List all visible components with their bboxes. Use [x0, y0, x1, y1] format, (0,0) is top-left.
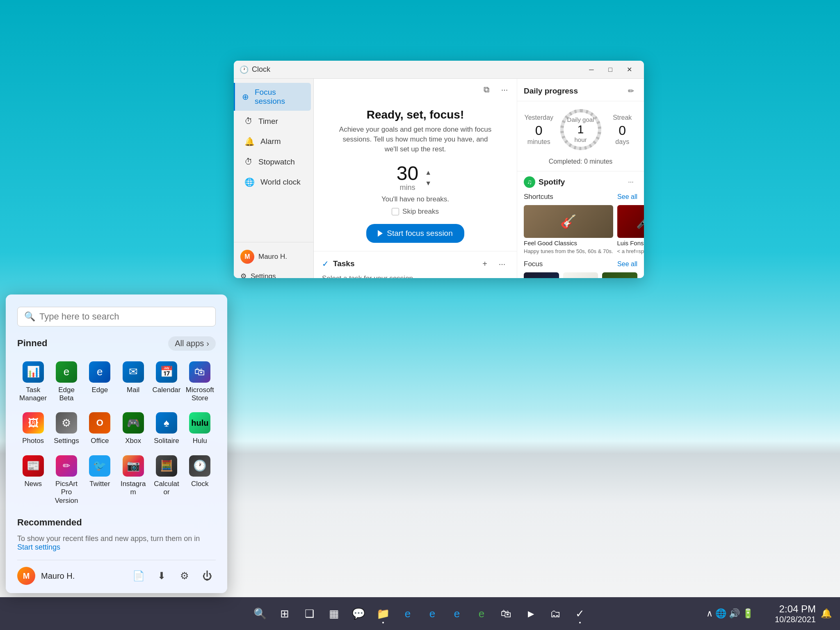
store-taskbar-button[interactable]: 🛍 [495, 602, 518, 625]
more-options-button[interactable]: ··· [497, 82, 512, 97]
edge-beta-taskbar-button[interactable]: e [470, 602, 493, 625]
widgets-button[interactable]: ▦ [322, 602, 345, 625]
recommended-label: Recommended [17, 517, 82, 528]
chevron-up-icon[interactable]: ∧ [706, 608, 713, 619]
pinned-app-calculator[interactable]: 🧮 Calculator [151, 451, 182, 509]
taskbar-clock[interactable]: 2:04 PM 10/28/2021 [775, 603, 816, 624]
mail-label: Mail [127, 386, 139, 394]
edge-canary-button[interactable]: e [445, 602, 468, 625]
spotify-header: ♫ Spotify ··· [524, 176, 637, 189]
pinned-app-news[interactable]: 📰 News [17, 451, 49, 509]
downloads-button[interactable]: ⬇ [153, 568, 170, 584]
focus-card-instrumental[interactable]: 🎵 Instrumental Study [563, 272, 598, 278]
minimize-button[interactable]: ─ [582, 63, 600, 77]
network-icon[interactable]: 🌐 [715, 608, 726, 619]
edit-goal-button[interactable]: ✏ [624, 84, 637, 98]
pinned-app-office[interactable]: O Office [84, 408, 116, 449]
compact-view-button[interactable]: ⧉ [479, 82, 494, 97]
skip-breaks-checkbox[interactable] [392, 208, 399, 215]
pinned-app-mail[interactable]: ✉ Mail [117, 357, 149, 407]
volume-icon[interactable]: 🔊 [729, 608, 740, 619]
todo-button[interactable]: ✓ [568, 602, 591, 625]
sidebar-item-focus-sessions[interactable]: ⊕ Focus sessions [234, 83, 311, 111]
edge-label: Edge [91, 386, 108, 394]
add-task-button[interactable]: + [478, 257, 491, 270]
sidebar-item-stopwatch[interactable]: ⏱ Stopwatch [236, 152, 311, 171]
start-focus-session-button[interactable]: Start focus session [366, 224, 464, 243]
window-title: Clock [252, 65, 270, 74]
pinned-app-instagram[interactable]: 📷 Instagram [117, 451, 149, 509]
clock-app-window: 🕐 Clock ─ □ ✕ ⊕ Focus sessions ⏱ Timer 🔔… [234, 61, 644, 278]
sidebar-item-alarm[interactable]: 🔔 Alarm [236, 132, 311, 151]
sidebar-item-label: Stopwatch [258, 158, 295, 167]
luis-fonsi-thumbnail: 🎤 ♫ [617, 205, 644, 238]
streak-stat: Streak 0 days [607, 114, 638, 146]
current-date: 10/28/2021 [775, 615, 816, 624]
explorer2-button[interactable]: 🗂 [544, 602, 567, 625]
chat-button[interactable]: 💬 [347, 602, 370, 625]
settings-power-button[interactable]: ⚙ [176, 568, 193, 584]
sidebar-user[interactable]: M Mauro H. [234, 246, 313, 268]
file-explorer-button[interactable]: 📁 [372, 602, 395, 625]
start-settings-link[interactable]: Start settings [17, 543, 60, 551]
music-card-feel-good[interactable]: 🎸 Feel Good Classics Happy tunes from th… [524, 205, 613, 254]
sidebar-item-label: World clock [260, 178, 301, 187]
tasks-more-button[interactable]: ··· [495, 257, 509, 270]
pinned-app-edge[interactable]: e Edge [84, 357, 116, 407]
pinned-app-hulu[interactable]: hulu Hulu [184, 408, 216, 449]
pinned-app-task-manager[interactable]: 📊 Task Manager [17, 357, 49, 407]
pinned-app-xbox[interactable]: 🎮 Xbox [117, 408, 149, 449]
all-apps-button[interactable]: All apps › [168, 336, 216, 351]
calendar-label: Calendar [152, 386, 180, 394]
search-icon: 🔍 [24, 311, 35, 322]
focus-main-area: ⧉ ··· Ready, set, focus! Achieve your go… [314, 79, 517, 278]
task-manager-label: Task Manager [19, 386, 47, 403]
pinned-app-picsart[interactable]: ✏ PicsArt Pro Version [50, 451, 82, 509]
sidebar-item-timer[interactable]: ⏱ Timer [236, 112, 311, 131]
maximize-button[interactable]: □ [601, 63, 619, 77]
pinned-app-solitaire[interactable]: ♠ Solitaire [151, 408, 182, 449]
edge-dev-button[interactable]: e [421, 602, 444, 625]
notification-icon[interactable]: 🔔 [821, 608, 832, 619]
increase-time-button[interactable]: ▲ [422, 168, 434, 177]
search-taskbar-button[interactable]: 🔍 [249, 602, 272, 625]
pinned-app-settings[interactable]: ⚙ Settings [50, 408, 82, 449]
music-card-luis-fonsi[interactable]: 🎤 ♫ Luis Fonsi Mix < a href=spotify:play… [617, 205, 644, 254]
search-bar: 🔍 [17, 307, 216, 326]
search-input[interactable] [39, 311, 209, 322]
clock-label: Clock [191, 480, 209, 488]
pinned-app-edge-beta[interactable]: e Edge Beta [50, 357, 82, 407]
start-button[interactable]: ⊞ [273, 602, 296, 625]
edge-taskbar-button[interactable]: e [396, 602, 419, 625]
focus-card-jazz[interactable]: 🎷 Jazz in the Backg... [602, 272, 637, 278]
focus-see-all-link[interactable]: See all [617, 260, 637, 268]
task-view-button[interactable]: ❑ [298, 602, 321, 625]
tasks-title: Tasks [333, 259, 474, 268]
pinned-app-photos[interactable]: 🖼 Photos [17, 408, 49, 449]
pinned-app-twitter[interactable]: 🐦 Twitter [84, 451, 116, 509]
sidebar-item-world-clock[interactable]: 🌐 World clock [236, 172, 311, 192]
sidebar-settings[interactable]: ⚙ Settings [234, 268, 313, 278]
time-arrows: ▲ ▼ [422, 168, 434, 188]
docs-button[interactable]: 📄 [130, 568, 147, 584]
shortcuts-see-all-link[interactable]: See all [617, 193, 637, 201]
pinned-header: Pinned All apps › [17, 336, 216, 351]
close-button[interactable]: ✕ [620, 63, 638, 77]
start-user-avatar: M [17, 567, 35, 585]
pinned-app-microsoft-store[interactable]: 🛍 Microsoft Store [184, 357, 216, 407]
pinned-app-calendar[interactable]: 📅 Calendar [151, 357, 182, 407]
window-body: ⊕ Focus sessions ⏱ Timer 🔔 Alarm ⏱ Stopw… [234, 79, 644, 278]
terminal-button[interactable]: ▶ [519, 602, 542, 625]
pinned-app-clock[interactable]: 🕐 Clock [184, 451, 216, 509]
decrease-time-button[interactable]: ▼ [422, 179, 434, 188]
clock-sidebar: ⊕ Focus sessions ⏱ Timer 🔔 Alarm ⏱ Stopw… [234, 79, 314, 278]
clock-app-icon: 🕐 [189, 455, 210, 477]
task-view-icon: ❑ [305, 607, 314, 620]
time-display: 30 mins [397, 164, 418, 192]
daily-progress-header: Daily progress ✏ [517, 79, 644, 101]
spotify-more-button[interactable]: ··· [624, 176, 637, 189]
terminal-icon: ▶ [528, 609, 534, 619]
luis-fonsi-title: Luis Fonsi Mix [617, 240, 644, 247]
power-button[interactable]: ⏻ [199, 568, 216, 584]
focus-card-deep[interactable]: 🌙 Deep Focus [524, 272, 559, 278]
